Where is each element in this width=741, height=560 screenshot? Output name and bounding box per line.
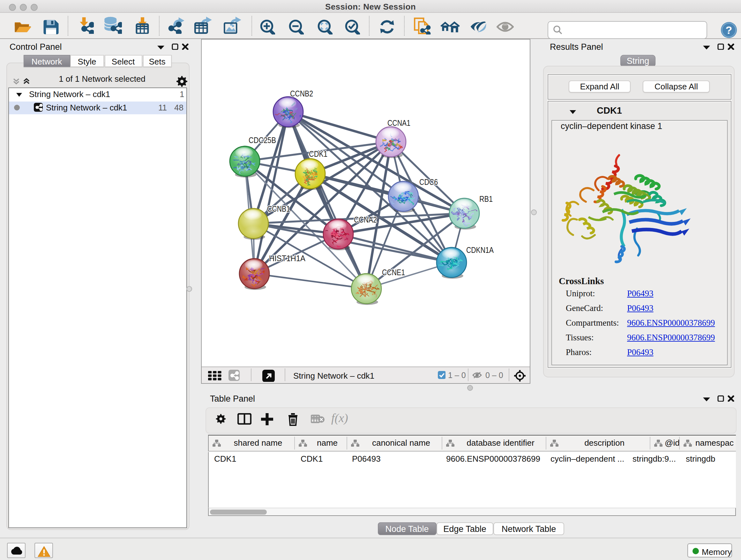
svg-text:CCNA1: CCNA1 xyxy=(387,118,410,128)
svg-text:CDC6: CDC6 xyxy=(419,177,437,187)
svg-text:CCNE1: CCNE1 xyxy=(382,267,405,277)
svg-text:CDKN1A: CDKN1A xyxy=(466,245,494,255)
svg-text:HIST1H1A: HIST1H1A xyxy=(269,253,306,263)
svg-text:CCNA2: CCNA2 xyxy=(354,215,377,225)
svg-text:CCNB2: CCNB2 xyxy=(290,89,313,98)
svg-text:?: ? xyxy=(726,24,732,36)
svg-text:CDC25B: CDC25B xyxy=(248,135,276,145)
svg-text:RB1: RB1 xyxy=(479,194,492,204)
svg-text:CDK1: CDK1 xyxy=(309,149,327,159)
svg-text:CCNB1: CCNB1 xyxy=(267,204,290,213)
